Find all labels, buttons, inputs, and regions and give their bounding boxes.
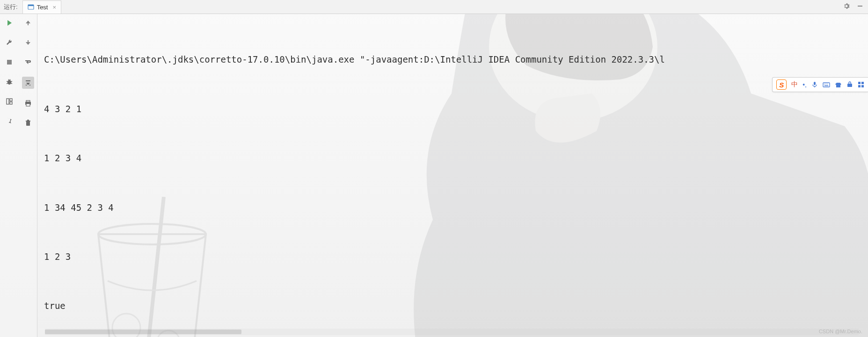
output-line: 4 3 2 1 [44, 101, 861, 117]
layout-settings-button[interactable] [4, 96, 15, 107]
watermark: CSDN @Mr.Demo. [819, 329, 862, 334]
ime-skin-icon[interactable] [835, 81, 842, 88]
svg-rect-33 [847, 84, 852, 87]
svg-line-13 [11, 83, 12, 84]
svg-rect-35 [861, 82, 864, 84]
scrollbar-thumb[interactable] [45, 330, 241, 334]
svg-rect-20 [28, 40, 29, 43]
run-label: 运行: [0, 3, 22, 11]
up-stack-icon[interactable] [23, 18, 33, 28]
rerun-button[interactable] [4, 18, 15, 28]
scroll-to-end-button[interactable] [22, 77, 34, 89]
close-icon[interactable]: × [52, 4, 56, 11]
svg-rect-32 [824, 86, 828, 86]
pin-tab-button[interactable] [4, 116, 15, 126]
svg-rect-37 [861, 85, 864, 87]
svg-line-10 [7, 81, 8, 82]
svg-rect-16 [7, 99, 9, 104]
down-stack-icon[interactable] [23, 37, 33, 48]
ime-toolbox-icon[interactable] [846, 81, 853, 88]
output-line: true [44, 298, 861, 314]
svg-point-14 [8, 79, 9, 80]
svg-point-15 [10, 79, 11, 80]
svg-rect-27 [814, 82, 816, 85]
modify-run-config-button[interactable] [4, 37, 15, 48]
tab-label: Test [37, 4, 48, 11]
run-tab-test[interactable]: Test × [22, 0, 61, 14]
application-icon [28, 4, 34, 10]
gear-icon[interactable] [843, 2, 850, 11]
run-toolbar-secondary [19, 14, 37, 337]
ime-keyboard-icon[interactable] [823, 81, 830, 88]
svg-rect-36 [858, 85, 861, 87]
svg-rect-18 [10, 102, 12, 104]
console-output[interactable]: C:\Users\Administrator\.jdks\corretto-17… [37, 14, 868, 337]
svg-point-29 [824, 84, 825, 85]
ime-toolbar[interactable]: S 中 •, [772, 77, 868, 92]
svg-point-30 [825, 84, 826, 85]
svg-rect-19 [28, 23, 29, 25]
sogou-logo-icon[interactable]: S [776, 79, 787, 90]
svg-rect-24 [26, 122, 30, 126]
command-line: C:\Users\Administrator\.jdks\corretto-17… [44, 51, 861, 68]
clear-all-button[interactable] [23, 118, 33, 128]
svg-rect-21 [26, 100, 30, 102]
svg-point-9 [7, 80, 11, 85]
svg-rect-28 [823, 83, 830, 87]
output-line: 1 34 45 2 3 4 [44, 200, 861, 216]
output-line: 1 2 3 4 [44, 150, 861, 166]
ime-menu-icon[interactable] [858, 81, 864, 88]
horizontal-scrollbar[interactable] [45, 329, 859, 335]
svg-rect-25 [26, 121, 30, 122]
output-line: 1 2 3 [44, 249, 861, 265]
svg-rect-6 [28, 5, 34, 6]
ime-punct-icon[interactable]: •, [802, 81, 807, 88]
svg-rect-8 [7, 60, 12, 65]
run-tool-window-header: 运行: Test × [0, 0, 868, 14]
soft-wrap-button[interactable] [23, 57, 33, 67]
svg-rect-26 [27, 120, 29, 121]
svg-line-12 [7, 83, 8, 84]
minimize-icon[interactable] [857, 3, 863, 11]
print-button[interactable] [23, 98, 33, 108]
svg-line-11 [11, 81, 12, 82]
dump-threads-button[interactable] [4, 77, 15, 87]
svg-point-31 [827, 84, 828, 85]
svg-rect-17 [10, 99, 12, 101]
ime-lang-toggle[interactable]: 中 [791, 80, 798, 89]
ime-mic-icon[interactable] [811, 81, 818, 88]
svg-rect-23 [26, 104, 30, 106]
stop-button[interactable] [4, 57, 15, 67]
svg-rect-7 [858, 6, 862, 7]
svg-rect-34 [858, 82, 861, 84]
run-toolbar-primary [0, 14, 19, 337]
